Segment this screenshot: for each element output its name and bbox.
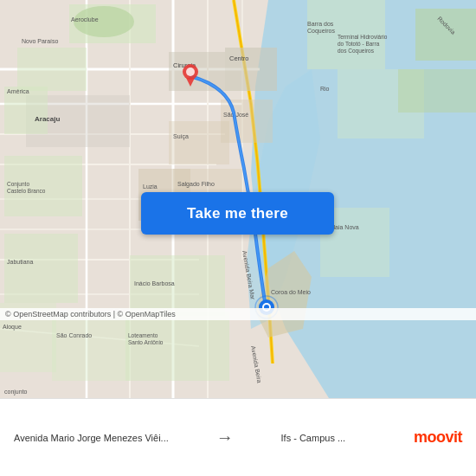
svg-text:Terminal Hidroviário: Terminal Hidroviário [338,34,388,40]
svg-text:Barra dos: Barra dos [307,21,334,27]
svg-point-71 [186,68,195,76]
svg-text:América: América [7,88,29,94]
take-me-there-button[interactable]: Take me there [141,192,334,235]
footer-divider: → [216,428,234,447]
svg-text:conjunto: conjunto [4,389,28,396]
footer-destination-section: Ifs - Campus ... [281,433,346,443]
svg-text:Coqueiros: Coqueiros [307,28,335,35]
svg-rect-18 [17,48,87,91]
svg-text:Luzia: Luzia [143,183,158,190]
svg-text:Aracaju: Aracaju [35,115,60,123]
svg-text:do Tototó - Barra: do Tototó - Barra [338,41,380,47]
svg-text:Santo Antônio: Santo Antônio [128,339,164,345]
svg-text:Salgado Filho: Salgado Filho [177,181,215,188]
svg-text:Aloque: Aloque [3,324,22,331]
footer-origin-section: Avenida Mario Jorge Menezes Viêi... [14,433,169,443]
footer-origin-address: Avenida Mario Jorge Menezes Viêi... [14,433,169,443]
svg-text:Loteamento: Loteamento [128,332,158,338]
arrow-icon: → [216,428,234,447]
svg-text:Centro: Centro [229,55,249,62]
moovit-logo: moovit [393,428,462,447]
svg-rect-29 [221,100,273,143]
copyright-bar: © OpenStreetMap contributors | © OpenMap… [0,308,476,320]
footer-bar: Avenida Mario Jorge Menezes Viêi... → If… [0,398,476,476]
footer-destination-label: Ifs - Campus ... [281,433,346,443]
svg-text:dos Coqueiros: dos Coqueiros [338,48,375,55]
svg-text:Novo Paraíso: Novo Paraíso [22,38,59,44]
svg-text:São Conrado: São Conrado [56,332,92,338]
svg-text:Suíça: Suíça [173,133,189,140]
svg-text:Jabutiana: Jabutiana [7,259,33,265]
svg-rect-24 [52,312,130,381]
svg-rect-26 [125,312,229,381]
copyright-text: © OpenStreetMap contributors | © OpenMap… [5,310,176,318]
svg-text:Rio: Rio [320,86,330,92]
map-container: Aeroclube Novo Paraíso Aracaju América C… [0,0,476,398]
svg-rect-38 [415,9,476,61]
svg-rect-27 [169,121,229,164]
svg-text:Conjunto: Conjunto [7,181,29,188]
svg-rect-39 [398,69,476,113]
svg-rect-22 [4,234,78,303]
svg-text:Inácio Barbosa: Inácio Barbosa [134,280,175,286]
svg-text:Castelo Branco: Castelo Branco [7,188,46,194]
svg-text:Aeroclube: Aeroclube [71,16,99,23]
moovit-logo-text: moovit [414,428,462,447]
svg-text:Coroa do Meio: Coroa do Meio [271,289,311,295]
